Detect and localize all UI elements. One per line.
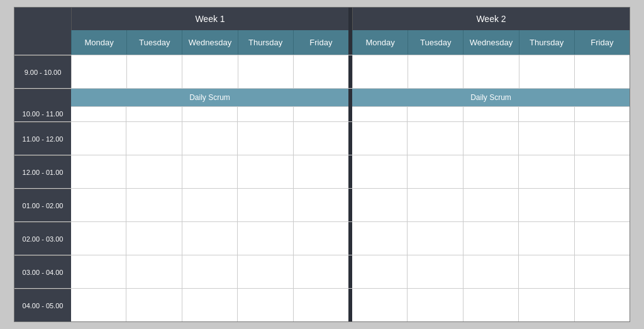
cell[interactable] <box>293 289 348 321</box>
w2-row-1-bottom <box>352 106 630 121</box>
cell[interactable] <box>182 122 237 155</box>
cell[interactable] <box>71 155 126 188</box>
cell[interactable] <box>293 155 348 188</box>
cell[interactable] <box>237 289 292 321</box>
cell[interactable] <box>518 122 574 155</box>
cell[interactable] <box>71 189 126 221</box>
w2-scrum: Daily Scrum <box>352 89 630 106</box>
cell[interactable] <box>126 122 181 155</box>
cell[interactable] <box>71 222 126 255</box>
cell[interactable] <box>182 106 237 121</box>
cell[interactable] <box>352 255 407 288</box>
cell[interactable] <box>463 255 518 288</box>
cell[interactable] <box>126 255 181 288</box>
cell[interactable] <box>352 155 407 188</box>
w2-tuesday: Tuesday <box>408 30 463 55</box>
time-label-5: 02.00 - 03.00 <box>14 222 71 255</box>
cell[interactable] <box>407 106 462 121</box>
cell[interactable] <box>237 222 292 255</box>
cell[interactable] <box>71 122 126 155</box>
day-corner-spacer <box>14 30 71 55</box>
time-row-6: 03.00 - 04.00 <box>14 255 630 288</box>
cell[interactable] <box>352 222 407 255</box>
week-titles-row: Week 1 Week 2 <box>14 8 630 30</box>
time-row-0: 9.00 - 10.00 <box>14 55 630 88</box>
time-row-1: Daily Scrum Daily Scrum 10.00 - 11.00 <box>14 88 630 121</box>
cell[interactable] <box>126 55 182 88</box>
cell[interactable] <box>182 289 237 321</box>
cell[interactable] <box>574 155 630 188</box>
cell[interactable] <box>293 55 348 88</box>
cell[interactable] <box>518 289 574 321</box>
cell[interactable] <box>126 222 181 255</box>
cell[interactable] <box>352 189 407 221</box>
cell[interactable] <box>237 122 292 155</box>
cell[interactable] <box>518 222 574 255</box>
cell[interactable] <box>71 106 126 121</box>
cell[interactable] <box>352 55 408 88</box>
w1-scrum-event[interactable]: Daily Scrum <box>71 89 348 106</box>
cell[interactable] <box>518 189 574 221</box>
cell[interactable] <box>574 106 630 121</box>
cell[interactable] <box>574 289 630 321</box>
cell[interactable] <box>71 255 126 288</box>
cell[interactable] <box>407 255 462 288</box>
w2-thursday: Thursday <box>519 30 574 55</box>
cell[interactable] <box>463 55 518 88</box>
cell[interactable] <box>574 189 630 221</box>
cell[interactable] <box>407 289 462 321</box>
w2-row-2 <box>352 122 630 155</box>
cell[interactable] <box>407 155 462 188</box>
cell[interactable] <box>463 106 518 121</box>
w1-thursday: Thursday <box>238 30 293 55</box>
cell[interactable] <box>463 289 518 321</box>
cell[interactable] <box>519 55 574 88</box>
cell[interactable] <box>463 222 518 255</box>
w1-monday: Monday <box>71 30 126 55</box>
cell[interactable] <box>352 106 407 121</box>
cell[interactable] <box>518 155 574 188</box>
cell[interactable] <box>574 55 630 88</box>
cell[interactable] <box>182 255 237 288</box>
cell[interactable] <box>352 289 407 321</box>
cell[interactable] <box>238 55 293 88</box>
cell[interactable] <box>574 122 630 155</box>
cell[interactable] <box>463 122 518 155</box>
cell[interactable] <box>293 189 348 221</box>
cell[interactable] <box>408 55 463 88</box>
w2-monday: Monday <box>352 30 408 55</box>
cell[interactable] <box>237 106 292 121</box>
cell[interactable] <box>293 255 348 288</box>
cell[interactable] <box>71 289 126 321</box>
cell[interactable] <box>237 255 292 288</box>
cell[interactable] <box>237 189 292 221</box>
cell[interactable] <box>237 155 292 188</box>
cell[interactable] <box>182 222 237 255</box>
cell[interactable] <box>352 122 407 155</box>
cell[interactable] <box>574 255 630 288</box>
cell[interactable] <box>518 106 574 121</box>
cell[interactable] <box>293 122 348 155</box>
cell[interactable] <box>126 189 181 221</box>
cell[interactable] <box>407 122 462 155</box>
cell[interactable] <box>182 189 237 221</box>
cell[interactable] <box>71 55 126 88</box>
time-label-0: 9.00 - 10.00 <box>14 55 71 88</box>
w2-scrum-event[interactable]: Daily Scrum <box>352 89 630 106</box>
cell[interactable] <box>574 222 630 255</box>
cell[interactable] <box>407 222 462 255</box>
cell[interactable] <box>407 189 462 221</box>
cell[interactable] <box>463 155 518 188</box>
w1-friday: Friday <box>293 30 348 55</box>
cell[interactable] <box>518 255 574 288</box>
cell[interactable] <box>182 55 237 88</box>
cell[interactable] <box>182 155 237 188</box>
cell[interactable] <box>293 106 348 121</box>
cell[interactable] <box>126 289 181 321</box>
cell[interactable] <box>463 189 518 221</box>
time-row-7: 04.00 - 05.00 <box>14 288 630 321</box>
cell[interactable] <box>293 222 348 255</box>
cell[interactable] <box>126 155 181 188</box>
w2-friday: Friday <box>574 30 630 55</box>
cell[interactable] <box>126 106 181 121</box>
